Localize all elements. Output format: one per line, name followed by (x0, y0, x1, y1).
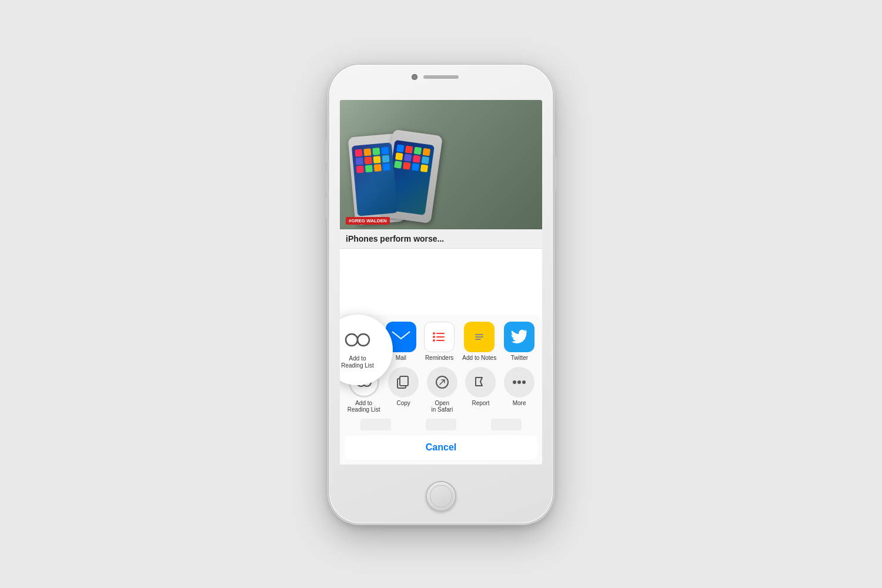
report-label: Report (472, 400, 489, 406)
twitter-icon (504, 322, 534, 352)
svg-point-19 (522, 380, 526, 384)
more-label: More (513, 400, 526, 406)
share-action-open-safari[interactable]: Openin Safari (427, 367, 457, 413)
reminders-label: Reminders (425, 355, 453, 361)
share-app-notes[interactable]: Add to Notes (462, 322, 496, 361)
svg-rect-0 (392, 331, 410, 343)
reminders-icon (424, 322, 455, 352)
twitter-label: Twitter (511, 355, 528, 361)
svg-point-3 (433, 336, 435, 338)
svg-point-5 (433, 339, 435, 342)
share-action-report[interactable]: Report (465, 367, 496, 413)
copy-label: Copy (396, 400, 410, 406)
mail-label: Mail (396, 355, 406, 361)
notes-label: Add to Notes (462, 355, 496, 361)
article-title: iPhones perform worse... (340, 229, 542, 249)
speaker-grille (423, 75, 459, 79)
report-icon (465, 367, 496, 397)
front-camera (412, 74, 417, 80)
iphone-photo-bg (340, 100, 542, 229)
glasses-icon (345, 331, 370, 353)
open-safari-label: Openin Safari (431, 400, 453, 413)
svg-rect-9 (475, 336, 483, 338)
svg-rect-6 (436, 340, 445, 341)
svg-rect-10 (475, 339, 481, 340)
phone-screen: #GREG WALDEN iPhones perform worse... Me… (340, 100, 542, 465)
share-app-reminders[interactable]: Reminders (424, 322, 455, 361)
share-action-copy[interactable]: Copy (388, 367, 419, 413)
svg-point-18 (517, 380, 521, 384)
svg-point-21 (358, 334, 369, 346)
article-hero-image: #GREG WALDEN (340, 100, 542, 229)
share-app-twitter[interactable]: Twitter (504, 322, 534, 361)
notes-icon (464, 322, 495, 352)
more-icon (504, 367, 534, 397)
iphone-device: #GREG WALDEN iPhones perform worse... Me… (329, 65, 553, 523)
share-action-more[interactable]: More (504, 367, 534, 413)
article-tag: #GREG WALDEN (346, 217, 390, 225)
copy-icon (388, 367, 419, 397)
svg-rect-8 (475, 334, 483, 335)
svg-rect-4 (436, 336, 445, 338)
cancel-button[interactable]: Cancel (345, 435, 537, 460)
share-bottom-row (345, 419, 537, 430)
svg-point-17 (513, 380, 516, 384)
iphone-left (352, 142, 397, 216)
magnify-label: Add toReading List (341, 355, 374, 369)
svg-rect-14 (400, 376, 408, 386)
home-button[interactable] (426, 481, 456, 512)
svg-point-20 (346, 334, 358, 346)
svg-rect-2 (436, 333, 445, 334)
phone-body: #GREG WALDEN iPhones perform worse... Me… (329, 65, 553, 523)
svg-point-1 (433, 332, 435, 335)
open-safari-icon (427, 367, 457, 397)
reading-list-action-label: Add toReading List (348, 400, 380, 413)
